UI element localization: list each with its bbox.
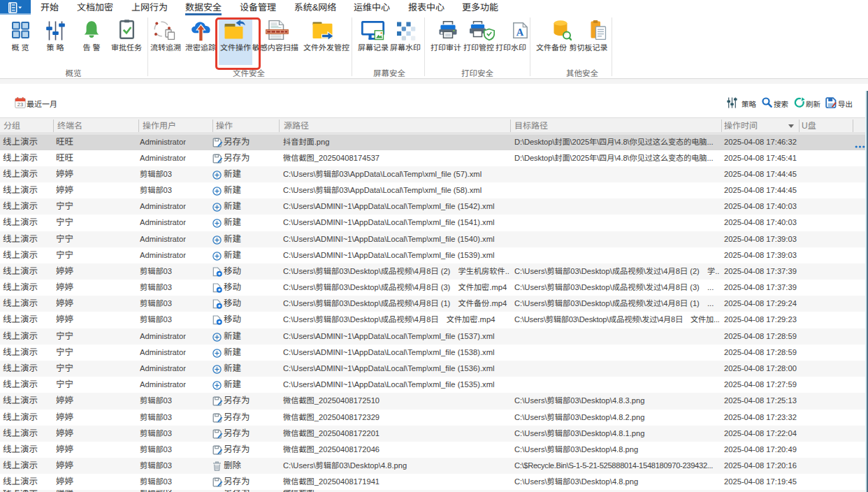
svg-text:A: A xyxy=(516,26,523,37)
svg-text:23: 23 xyxy=(17,101,23,108)
